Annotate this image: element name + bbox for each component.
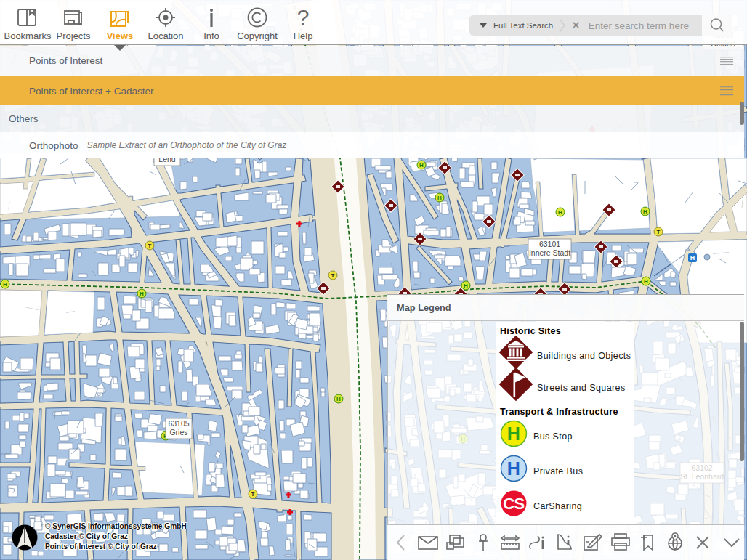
svg-text:H: H: [507, 423, 520, 444]
svg-text:H: H: [419, 162, 424, 169]
svg-text:63101: 63101: [539, 240, 560, 248]
svg-text:T: T: [657, 229, 661, 235]
svg-text:T: T: [148, 243, 152, 249]
svg-text:?: ?: [297, 6, 310, 29]
svg-text:H: H: [464, 283, 468, 289]
svg-text:H: H: [558, 209, 562, 216]
svg-text:H: H: [336, 396, 341, 402]
svg-text:H: H: [140, 291, 144, 297]
svg-text:H: H: [437, 195, 442, 201]
svg-text:H: H: [3, 281, 7, 288]
svg-text:T: T: [331, 272, 335, 279]
svg-text:H: H: [643, 208, 647, 215]
svg-text:63105: 63105: [168, 419, 189, 428]
svg-text:CS: CS: [503, 495, 525, 513]
svg-text:T: T: [251, 491, 255, 498]
svg-text:H: H: [644, 278, 648, 285]
svg-text:Innere Stadt: Innere Stadt: [529, 248, 570, 257]
svg-text:H: H: [690, 254, 695, 261]
svg-text:H: H: [507, 458, 520, 479]
svg-text:Gries: Gries: [169, 428, 187, 437]
